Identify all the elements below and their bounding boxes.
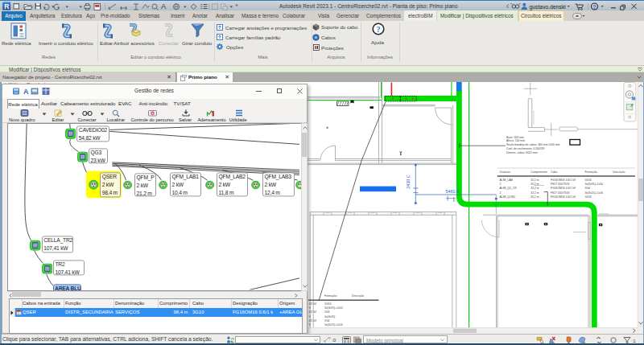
svg-text:5G16: 5G16 xyxy=(324,302,331,306)
svg-text:ALIM_QCED: ALIM_QCED xyxy=(500,195,516,199)
svg-text:Descrição: Descrição xyxy=(352,294,364,298)
svg-text:32,2 m: 32,2 m xyxy=(530,191,539,195)
svg-text:ALIM_Q2_CR: ALIM_Q2_CR xyxy=(500,187,518,190)
svg-text:6/1 kV: 6/1 kV xyxy=(309,310,317,314)
svg-text:gustavo.denski: gustavo.denski xyxy=(530,4,567,10)
svg-text:2: 2 xyxy=(500,191,502,195)
svg-text:5G16: 5G16 xyxy=(584,179,591,182)
svg-text:Base: 300 mm: Base: 300 mm xyxy=(506,136,524,139)
svg-text:32,2 m: 32,2 m xyxy=(530,179,539,182)
svg-text:V: V xyxy=(309,315,312,318)
svg-text:R: R xyxy=(4,2,9,10)
svg-text:Formação: Formação xyxy=(584,170,597,174)
svg-text:4x(3x35): 4x(3x35) xyxy=(324,315,335,318)
svg-text:Altura: 100 mm: Altura: 100 mm xyxy=(506,139,525,142)
svg-text:FG16OM16 0.6/1 kV: FG16OM16 0.6/1 kV xyxy=(551,195,576,199)
svg-text:5G4: 5G4 xyxy=(584,187,590,190)
svg-text:FS17 450/750V: FS17 450/750V xyxy=(551,191,570,195)
svg-text:2: 2 xyxy=(500,183,502,186)
svg-text:3x(3x25)+1x16: 3x(3x25)+1x16 xyxy=(324,323,343,327)
svg-text:Cabo: Cabo xyxy=(551,170,557,174)
svg-text:3x(3x95)+1x50: 3x(3x95)+1x50 xyxy=(324,306,343,310)
svg-text:V: V xyxy=(309,306,312,310)
svg-text:5G16: 5G16 xyxy=(584,195,591,199)
svg-text:32,2 m: 32,2 m xyxy=(530,195,539,199)
svg-text:Usuários: Usuários xyxy=(500,170,511,174)
svg-text:3x(3x25)+1x16: 3x(3x25)+1x16 xyxy=(584,191,603,195)
svg-text:2430 C: 2430 C xyxy=(406,175,411,188)
svg-text:Descrição: Descrição xyxy=(613,170,625,174)
svg-text:5G4: 5G4 xyxy=(324,319,330,322)
svg-text:Seção bandeja de cabos: 300 mm: Seção bandeja de cabos: 300 mm x100 mm xyxy=(506,143,560,146)
svg-text:FG16OM16 0.6/1 kV: FG16OM16 0.6/1 kV xyxy=(551,179,576,182)
svg-text:6/1 kV: 6/1 kV xyxy=(309,302,317,306)
svg-text:Dimens. cabos: 6022 mm²: Dimens. cabos: 6022 mm² xyxy=(506,151,539,154)
svg-text:32,2 m: 32,2 m xyxy=(530,183,539,186)
svg-text:5460.0: 5460.0 xyxy=(446,189,460,194)
svg-text:ALIM_LAB: ALIM_LAB xyxy=(500,179,514,182)
svg-text:FS17 450/750V: FS17 450/750V xyxy=(551,183,570,186)
svg-text:?: ? xyxy=(377,25,381,34)
svg-text::1: :1 xyxy=(632,338,636,343)
svg-text:A: A xyxy=(161,2,167,10)
svg-text:Coef. de enchimento: 0.200749: Coef. de enchimento: 0.200749 xyxy=(506,147,544,150)
svg-text:FG16OM16 0.6/1 kV: FG16OM16 0.6/1 kV xyxy=(551,187,576,190)
svg-text:6/1 kV: 6/1 kV xyxy=(309,319,317,322)
svg-text:Formação: Formação xyxy=(324,294,336,298)
svg-text:Comprimento: Comprimento xyxy=(530,170,547,174)
svg-text:32,2 m: 32,2 m xyxy=(530,187,539,190)
svg-text:?: ? xyxy=(593,4,597,10)
svg-text:5G4: 5G4 xyxy=(324,310,330,314)
svg-text:V: V xyxy=(309,323,312,327)
svg-text:3x(3x95)+1x50: 3x(3x95)+1x50 xyxy=(584,183,603,186)
